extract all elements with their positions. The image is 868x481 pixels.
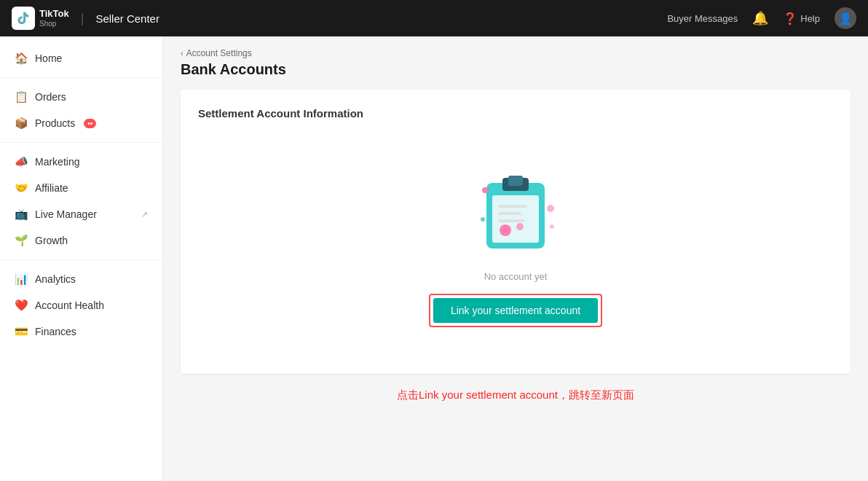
svg-rect-4 — [498, 205, 527, 208]
sidebar-label-home: Home — [35, 52, 62, 64]
breadcrumb-parent[interactable]: Account Settings — [186, 48, 252, 58]
page-title: Bank Accounts — [181, 61, 851, 78]
sidebar-item-marketing[interactable]: 📣 Marketing — [0, 149, 162, 175]
tiktok-logo-icon — [12, 7, 35, 30]
svg-rect-3 — [492, 195, 539, 243]
sidebar-divider-2 — [0, 142, 162, 143]
sidebar-item-home[interactable]: 🏠 Home — [0, 45, 162, 71]
tiktok-logo: TikTok Shop — [12, 7, 69, 30]
sidebar-label-health: Account Health — [35, 300, 104, 311]
sidebar-label-finances: Finances — [35, 326, 76, 337]
sidebar-item-growth[interactable]: 🌱 Growth — [0, 227, 162, 254]
settlement-card: Settlement Account Information — [181, 90, 851, 374]
header-left: TikTok Shop | Seller Center — [12, 7, 159, 30]
affiliate-icon: 🤝 — [15, 181, 28, 195]
sidebar-label-products: Products — [35, 117, 75, 129]
sidebar-item-account-health[interactable]: ❤️ Account Health — [0, 292, 162, 318]
analytics-icon: 📊 — [15, 273, 28, 286]
empty-text: No account yet — [484, 271, 548, 282]
header: TikTok Shop | Seller Center Buyer Messag… — [0, 0, 868, 36]
live-icon: 📺 — [15, 208, 28, 221]
sidebar-divider-1 — [0, 77, 162, 78]
annotation-text: 点击Link your settlement account，跳转至新页面 — [181, 388, 851, 402]
sidebar-label-growth: Growth — [35, 235, 68, 246]
help-circle-icon: ❓ — [783, 12, 797, 26]
sidebar-label-live: Live Manager — [35, 208, 97, 220]
header-right: Buyer Messages 🔔 ❓ Help 👤 — [667, 7, 856, 29]
sidebar-item-affiliate[interactable]: 🤝 Affiliate — [0, 175, 162, 201]
svg-rect-5 — [498, 212, 521, 215]
buyer-messages-link[interactable]: Buyer Messages — [667, 13, 738, 24]
svg-point-10 — [547, 205, 554, 212]
card-title: Settlement Account Information — [198, 107, 833, 120]
products-badge: •• — [84, 119, 96, 128]
sidebar-item-live-manager[interactable]: 📺 Live Manager ↗ — [0, 201, 162, 227]
sidebar-label-affiliate: Affiliate — [35, 182, 68, 194]
external-link-icon: ↗ — [141, 210, 148, 219]
breadcrumb: ‹ Account Settings — [181, 48, 851, 58]
clipboard-illustration — [465, 157, 567, 259]
growth-icon: 🌱 — [15, 234, 28, 247]
main-layout: 🏠 Home 📋 Orders 📦 Products •• 📣 Marketin… — [0, 36, 868, 481]
svg-point-11 — [550, 224, 554, 229]
link-btn-wrapper: Link your settlement account — [429, 294, 602, 327]
svg-point-7 — [500, 224, 511, 236]
breadcrumb-arrow: ‹ — [181, 49, 184, 58]
sidebar-item-analytics[interactable]: 📊 Analytics — [0, 266, 162, 292]
sidebar-label-marketing: Marketing — [35, 156, 79, 168]
sidebar-label-orders: Orders — [35, 91, 66, 103]
main-content: ‹ Account Settings Bank Accounts Settlem… — [163, 36, 868, 481]
sidebar: 🏠 Home 📋 Orders 📦 Products •• 📣 Marketin… — [0, 36, 163, 481]
avatar-button[interactable]: 👤 — [835, 7, 856, 29]
empty-state: No account yet Link your settlement acco… — [198, 143, 833, 356]
svg-rect-2 — [508, 176, 523, 186]
sidebar-item-finances[interactable]: 💳 Finances — [0, 318, 162, 345]
sidebar-label-analytics: Analytics — [35, 273, 76, 285]
bell-icon[interactable]: 🔔 — [752, 10, 768, 26]
svg-rect-6 — [498, 219, 524, 222]
header-divider: | — [81, 11, 84, 26]
sidebar-item-products[interactable]: 📦 Products •• — [0, 110, 162, 136]
link-settlement-button[interactable]: Link your settlement account — [433, 298, 598, 323]
seller-center-label: Seller Center — [95, 12, 159, 25]
marketing-icon: 📣 — [15, 155, 28, 168]
sidebar-item-orders[interactable]: 📋 Orders — [0, 84, 162, 110]
svg-point-9 — [482, 187, 488, 193]
help-button[interactable]: ❓ Help — [783, 12, 820, 26]
brand-text: TikTok Shop — [39, 9, 69, 27]
sidebar-divider-3 — [0, 259, 162, 260]
products-icon: 📦 — [15, 117, 28, 130]
svg-point-12 — [481, 217, 485, 222]
home-icon: 🏠 — [15, 52, 28, 65]
health-icon: ❤️ — [15, 299, 28, 312]
finances-icon: 💳 — [15, 325, 28, 338]
svg-point-8 — [516, 223, 524, 230]
avatar-icon: 👤 — [838, 12, 853, 26]
orders-icon: 📋 — [15, 90, 28, 103]
